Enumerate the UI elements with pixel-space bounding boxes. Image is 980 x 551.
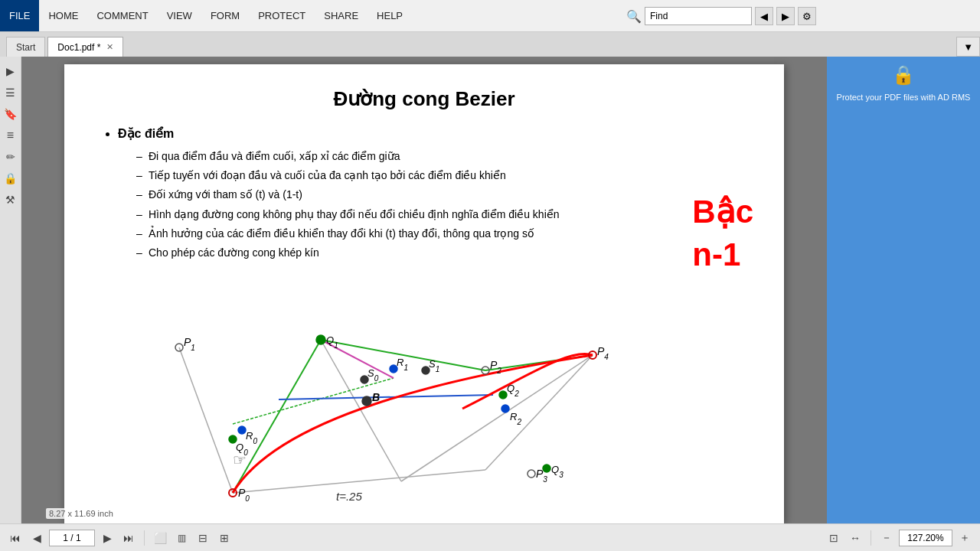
svg-text:R2: R2 xyxy=(510,411,521,426)
menu-help[interactable]: HELP xyxy=(368,0,412,31)
menu-bar: FILE HOME COMMENT VIEW FORM PROTECT SHAR… xyxy=(0,0,980,32)
svg-point-29 xyxy=(238,426,246,434)
last-page-button[interactable]: ⏭ xyxy=(119,529,138,547)
sub-bullets: Đi qua điểm đầu và điểm cuối, xấp xỉ các… xyxy=(136,147,746,262)
search-input[interactable] xyxy=(645,7,752,25)
svg-text:R1: R1 xyxy=(397,357,408,372)
menu-file[interactable]: FILE xyxy=(0,0,39,31)
left-sidebar: ▶ ☰ 🔖 ≡ ✏ 🔒 ⚒ xyxy=(0,57,21,523)
page-number-input[interactable]: 1 / 1 xyxy=(49,530,95,546)
svg-text:Q3: Q3 xyxy=(551,464,564,479)
menu-form[interactable]: FORM xyxy=(201,0,249,31)
cursor-hand-icon: ☞ xyxy=(233,451,247,469)
svg-line-9 xyxy=(279,395,493,399)
separator-2 xyxy=(871,530,871,546)
annotation-text: Bậc n-1 xyxy=(692,194,753,272)
svg-text:Q2: Q2 xyxy=(507,383,519,398)
protect-icon: 🔒 xyxy=(892,64,915,86)
svg-text:P4: P4 xyxy=(597,345,609,361)
bottom-toolbar: ⏮ ◀ 1 / 1 ▶ ⏭ ⬜ ▥ ⊟ ⊞ ⊡ ↔ － 127.20% ＋ xyxy=(0,523,980,551)
pdf-page: Đường cong Bezier Đặc điểm Đi qua điểm đ… xyxy=(64,64,784,523)
tab-close-button[interactable]: ✕ xyxy=(106,42,113,52)
bullet-1: Đi qua điểm đầu và điểm cuối, xấp xỉ các… xyxy=(136,147,746,166)
sidebar-annotations-icon[interactable]: ✏ xyxy=(2,148,19,165)
svg-point-27 xyxy=(543,465,550,472)
sidebar-pages-icon[interactable]: ☰ xyxy=(2,84,19,101)
find-prev-button[interactable]: ◀ xyxy=(755,7,773,25)
find-next-button[interactable]: ▶ xyxy=(776,7,795,25)
tab-bar: Start Doc1.pdf * ✕ ▼ xyxy=(0,32,980,57)
bullet-4: Hình dạng đường cong không phụ thay đổi … xyxy=(136,205,746,224)
page-size-indicator: 8.27 x 11.69 inch xyxy=(46,508,116,519)
svg-text:P1: P1 xyxy=(184,336,195,352)
bullet-5: Ảnh hưởng của các điểm điều khiển thay đ… xyxy=(136,224,746,243)
bullet-6: Cho phép các đường cong khép kín xyxy=(136,243,746,262)
main-bullet: Đặc điểm xyxy=(118,126,746,141)
menu-view[interactable]: VIEW xyxy=(158,0,201,31)
next-page-button[interactable]: ▶ xyxy=(98,529,116,547)
fit-page-button[interactable]: ⊡ xyxy=(825,529,843,547)
protect-text: Protect your PDF files with AD RMS xyxy=(837,92,971,103)
find-settings-button[interactable]: ⚙ xyxy=(798,7,816,25)
zoom-out-button[interactable]: － xyxy=(877,529,896,547)
svg-point-39 xyxy=(362,396,371,406)
sidebar-layers-icon[interactable]: ≡ xyxy=(2,127,19,144)
sidebar-security-icon[interactable]: 🔒 xyxy=(2,170,19,187)
main-layout: ▶ ☰ 🔖 ≡ ✏ 🔒 ⚒ Đường cong Bezier Đặc điểm… xyxy=(0,57,980,523)
menu-share[interactable]: SHARE xyxy=(315,0,368,31)
bullet-section: Đặc điểm Đi qua điểm đầu và điểm cuối, x… xyxy=(118,126,746,262)
sidebar-collapse-icon[interactable]: ▶ xyxy=(2,63,19,80)
search-icon: 🔍 xyxy=(626,9,642,24)
zoom-in-button[interactable]: ＋ xyxy=(956,529,974,547)
sidebar-tools-icon[interactable]: ⚒ xyxy=(2,191,19,208)
svg-text:B: B xyxy=(372,391,380,403)
bullet-3: Đối xứng với tham số (t) và (1-t) xyxy=(136,185,746,204)
sidebar-bookmarks-icon[interactable]: 🔖 xyxy=(2,106,19,122)
tab-dropdown-button[interactable]: ▼ xyxy=(956,37,980,57)
svg-text:R0: R0 xyxy=(246,430,257,445)
find-bar: 🔍 ◀ ▶ ⚙ xyxy=(626,0,822,32)
bullet-2: Tiếp tuyến với đoạn đầu và cuối của đa c… xyxy=(136,166,746,185)
zoom-input[interactable]: 127.20% xyxy=(899,530,952,546)
single-page-view-button[interactable]: ⬜ xyxy=(151,529,169,547)
svg-text:Q1: Q1 xyxy=(326,334,338,350)
menu-protect[interactable]: PROTECT xyxy=(249,0,315,31)
pdf-title: Đường cong Bezier xyxy=(103,87,746,111)
t-label: t=.25 xyxy=(336,490,362,503)
svg-point-33 xyxy=(501,405,509,412)
svg-point-25 xyxy=(499,391,507,399)
page-area: Đường cong Bezier Đặc điểm Đi qua điểm đ… xyxy=(21,57,827,523)
tab-doc1[interactable]: Doc1.pdf * ✕ xyxy=(47,37,123,57)
separator-1 xyxy=(144,530,145,546)
facing-pages-button[interactable]: ⊞ xyxy=(215,529,234,547)
svg-text:P0: P0 xyxy=(238,487,250,503)
svg-text:S1: S1 xyxy=(429,358,439,373)
continuous-scroll-button[interactable]: ⊟ xyxy=(194,529,212,547)
prev-page-button[interactable]: ◀ xyxy=(28,529,46,547)
svg-point-17 xyxy=(528,470,535,478)
right-panel: 🔒 Protect your PDF files with AD RMS xyxy=(827,57,980,523)
first-page-button[interactable]: ⏮ xyxy=(6,529,24,547)
svg-point-23 xyxy=(316,335,325,344)
two-page-view-button[interactable]: ▥ xyxy=(172,529,191,547)
svg-line-0 xyxy=(179,347,233,493)
svg-line-5 xyxy=(233,340,321,493)
tab-start[interactable]: Start xyxy=(6,37,45,57)
menu-comment[interactable]: COMMENT xyxy=(87,0,157,31)
fit-width-button[interactable]: ↔ xyxy=(846,529,864,547)
menu-home[interactable]: HOME xyxy=(39,0,87,31)
bezier-diagram: P0 P1 P2 P3 P4 Q0 xyxy=(156,332,631,508)
